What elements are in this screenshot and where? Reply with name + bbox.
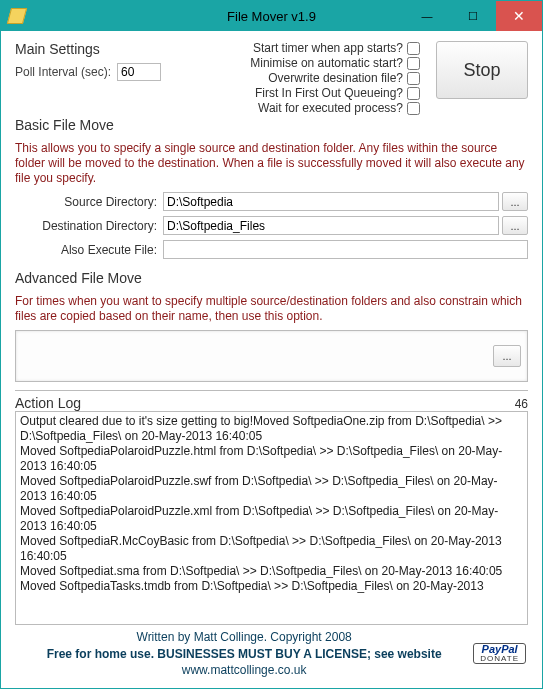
advanced-list-box: ... <box>15 330 528 382</box>
advanced-move-heading: Advanced File Move <box>15 270 528 286</box>
exec-file-input[interactable] <box>163 240 528 259</box>
advanced-browse-button[interactable]: ... <box>493 345 521 367</box>
log-entry: Moved SoftpediaPolaroidPuzzle.xml from D… <box>20 504 523 534</box>
basic-move-desc: This allows you to specify a single sour… <box>15 141 528 186</box>
opt-wait-label: Wait for executed process? <box>258 101 403 115</box>
footer-link[interactable]: www.mattcollinge.co.uk <box>15 662 473 678</box>
source-dir-label: Source Directory: <box>15 195 163 209</box>
opt-start-timer-label: Start timer when app starts? <box>253 41 403 55</box>
action-log-heading: Action Log <box>15 395 81 411</box>
exec-file-label: Also Execute File: <box>15 243 163 257</box>
log-entry: Output cleared due to it's size getting … <box>20 414 523 444</box>
opt-start-timer-checkbox[interactable] <box>407 42 420 55</box>
options-group: Start timer when app starts? Minimise on… <box>215 41 420 115</box>
minimize-button[interactable]: — <box>404 1 450 31</box>
action-log-count: 46 <box>515 397 528 411</box>
log-entry: Moved SoftpediaPolaroidPuzzle.html from … <box>20 444 523 474</box>
dest-dir-input[interactable] <box>163 216 499 235</box>
log-entry: Moved SoftpediaR.McCoyBasic from D:\Soft… <box>20 534 523 564</box>
window-buttons: — ☐ ✕ <box>404 1 542 31</box>
donate-label: DONATE <box>480 655 519 663</box>
advanced-move-desc: For times when you want to specify multi… <box>15 294 528 324</box>
opt-minimise-label: Minimise on automatic start? <box>250 56 403 70</box>
log-entry: Moved SoftpediaPolaroidPuzzle.swf from D… <box>20 474 523 504</box>
opt-minimise-checkbox[interactable] <box>407 57 420 70</box>
footer-line2: Free for home use. BUSINESSES MUST BUY A… <box>15 646 473 662</box>
app-window: File Mover v1.9 — ☐ ✕ Main Settings Poll… <box>0 0 543 689</box>
content-area: Main Settings Poll Interval (sec): Start… <box>1 31 542 688</box>
footer: Written by Matt Collinge. Copyright 2008… <box>15 625 528 684</box>
poll-interval-label: Poll Interval (sec): <box>15 65 111 79</box>
close-button[interactable]: ✕ <box>496 1 542 31</box>
paypal-donate-button[interactable]: PayPal DONATE <box>473 643 526 664</box>
opt-wait-checkbox[interactable] <box>407 102 420 115</box>
dest-browse-button[interactable]: ... <box>502 216 528 235</box>
log-entry: Moved SoftpediaTasks.tmdb from D:\Softpe… <box>20 579 523 594</box>
stop-button[interactable]: Stop <box>436 41 528 99</box>
action-log-box[interactable]: Output cleared due to it's size getting … <box>15 411 528 625</box>
footer-line1: Written by Matt Collinge. Copyright 2008 <box>15 629 473 645</box>
separator <box>15 390 528 391</box>
main-settings-heading: Main Settings <box>15 41 215 57</box>
maximize-button[interactable]: ☐ <box>450 1 496 31</box>
dest-dir-label: Destination Directory: <box>15 219 163 233</box>
opt-fifo-label: First In First Out Queueing? <box>255 86 403 100</box>
log-entry: Moved Softpediat.sma from D:\Softpedia\ … <box>20 564 523 579</box>
folder-icon <box>7 8 27 24</box>
opt-overwrite-checkbox[interactable] <box>407 72 420 85</box>
poll-interval-input[interactable] <box>117 63 161 81</box>
opt-overwrite-label: Overwrite desination file? <box>268 71 403 85</box>
source-browse-button[interactable]: ... <box>502 192 528 211</box>
basic-move-heading: Basic File Move <box>15 117 528 133</box>
source-dir-input[interactable] <box>163 192 499 211</box>
opt-fifo-checkbox[interactable] <box>407 87 420 100</box>
titlebar: File Mover v1.9 — ☐ ✕ <box>1 1 542 31</box>
